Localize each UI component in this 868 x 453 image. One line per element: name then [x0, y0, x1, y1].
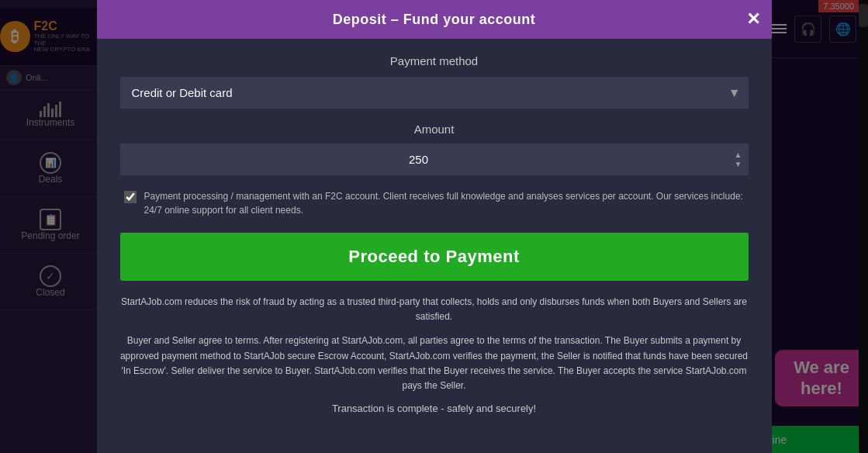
checkbox-row: Payment processing / management with an … — [120, 189, 749, 217]
amount-input[interactable] — [120, 144, 749, 175]
modal-overlay: Deposit – Fund your account ✕ Payment me… — [0, 0, 868, 453]
modal-close-button[interactable]: ✕ — [746, 11, 760, 28]
payment-method-select[interactable]: Credit or Debit card Bank Transfer Crypt… — [120, 77, 749, 109]
checkbox-label: Payment processing / management with an … — [144, 189, 745, 217]
modal-title: Deposit – Fund your account — [333, 12, 536, 28]
payment-method-wrapper: Credit or Debit card Bank Transfer Crypt… — [120, 77, 749, 109]
terms-checkbox[interactable] — [124, 191, 137, 203]
spinner-up-icon[interactable]: ▲ — [735, 151, 742, 159]
amount-wrapper: ▲ ▼ — [120, 144, 749, 175]
modal-body: Payment method Credit or Debit card Bank… — [97, 39, 772, 453]
disclaimer-text-2: Buyer and Seller agree to terms. After r… — [120, 334, 749, 393]
transaction-complete-text: Transaction is complete - safely and sec… — [120, 403, 749, 414]
amount-label: Amount — [120, 123, 749, 136]
payment-method-label: Payment method — [120, 54, 749, 67]
spinner-down-icon[interactable]: ▼ — [735, 161, 742, 168]
amount-spinners: ▲ ▼ — [735, 151, 742, 168]
disclaimer-text-1: StartAJob.com reduces the risk of fraud … — [120, 295, 749, 324]
proceed-to-payment-button[interactable]: Proceed to Payment — [120, 233, 749, 281]
modal-header: Deposit – Fund your account ✕ — [97, 0, 772, 39]
